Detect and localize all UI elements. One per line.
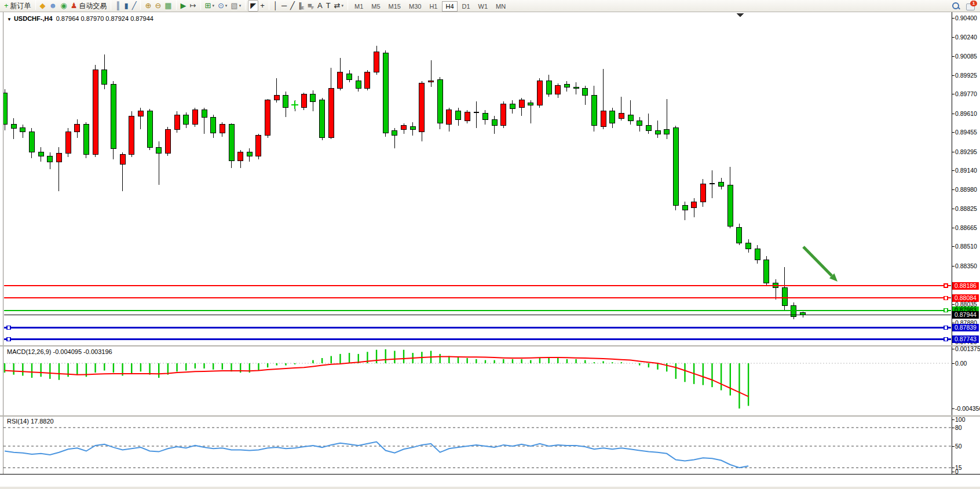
search-icon[interactable] xyxy=(952,2,960,10)
price-axis-border xyxy=(952,12,952,474)
timeframe-m30[interactable]: M30 xyxy=(405,1,425,12)
indicators-icon[interactable]: ⊞▾ xyxy=(203,1,216,11)
candle-body xyxy=(727,185,733,226)
text-icon[interactable]: A xyxy=(316,1,324,11)
time-axis[interactable]: 21 Jun 202322 Jun 04:0022 Jun 20:0023 Ju… xyxy=(0,474,980,487)
timeframe-h1[interactable]: H1 xyxy=(426,1,441,12)
timeframe-m15[interactable]: M15 xyxy=(385,1,404,12)
zoom-in-icon[interactable]: ⊕ xyxy=(143,1,153,11)
metaeditor-icon[interactable]: ◆ xyxy=(38,1,47,11)
price-line-label-0.87743: 0.87743 xyxy=(952,335,979,343)
window-bottom-edge xyxy=(0,487,980,489)
price-tick-label: 0.89140 xyxy=(955,167,977,174)
timeframe-m5[interactable]: M5 xyxy=(368,1,383,12)
zoom-out-icon[interactable]: ⊖ xyxy=(153,1,163,11)
rsi-axis-label: 100 xyxy=(955,416,966,423)
chevron-down-icon[interactable]: ▼ xyxy=(7,17,12,22)
crosshair-icon[interactable]: + xyxy=(258,1,266,11)
down-arrow-annotation[interactable] xyxy=(803,247,838,282)
price-line-label-0.88084: 0.88084 xyxy=(952,294,979,302)
timeframe-w1[interactable]: W1 xyxy=(475,1,492,12)
fibonacci-icon[interactable]: ≡F xyxy=(306,1,316,11)
auto-scroll-icon: ▶ xyxy=(181,1,187,11)
horizontal-line-icon: ─ xyxy=(281,1,287,11)
chart-shift-icon: ↦ xyxy=(190,1,196,11)
signals-icon[interactable]: ◉ xyxy=(58,1,68,11)
chart-shift-marker[interactable] xyxy=(737,13,744,17)
price-tick-label: 0.89295 xyxy=(955,148,977,155)
arrows-icon[interactable]: ⇄▾ xyxy=(332,1,345,11)
dropdown-caret-icon[interactable]: ▾ xyxy=(342,3,344,8)
pane-separator[interactable] xyxy=(0,415,980,417)
candle-body xyxy=(610,111,615,123)
candle-body xyxy=(65,132,71,154)
line-handle[interactable] xyxy=(944,309,948,312)
horizontal-line-icon[interactable]: ─ xyxy=(280,1,288,11)
text-label-icon: T xyxy=(326,1,331,11)
timeframe-mn[interactable]: MN xyxy=(492,1,509,12)
pane-separator[interactable] xyxy=(0,345,980,346)
candle-body xyxy=(719,183,724,186)
templates-icon[interactable]: ▧▾ xyxy=(229,1,243,11)
timeframe-m1[interactable]: M1 xyxy=(351,1,367,12)
candle-body xyxy=(365,72,370,88)
cursor-icon[interactable]: ◤ xyxy=(248,0,258,12)
candle-body xyxy=(591,96,597,126)
timeframe-d1[interactable]: D1 xyxy=(459,1,474,12)
candle-body xyxy=(38,152,43,156)
autotrading-button[interactable]: ♟自动交易 xyxy=(69,1,109,11)
trendline-icon[interactable]: ╱ xyxy=(288,1,297,11)
line-handle[interactable] xyxy=(944,326,948,330)
line-handle[interactable] xyxy=(944,284,948,287)
new-order-button[interactable]: +新订单 xyxy=(2,1,33,11)
dropdown-caret-icon[interactable]: ▾ xyxy=(239,3,242,8)
bar-chart-icon[interactable]: ║ xyxy=(114,1,122,11)
line-handle[interactable] xyxy=(944,296,948,300)
price-tick-label: 0.88510 xyxy=(955,243,977,250)
notifications-icon[interactable]: 1 xyxy=(966,2,975,10)
candle-body xyxy=(447,110,452,125)
market-icon[interactable]: ☻ xyxy=(47,1,59,11)
candlestick-chart-icon[interactable]: ▮ xyxy=(123,1,130,11)
candle-body xyxy=(102,70,107,85)
line-handle[interactable] xyxy=(944,338,948,341)
candle-body xyxy=(737,227,742,243)
macd-indicator-pane[interactable] xyxy=(3,346,952,415)
vertical-line-icon[interactable]: │ xyxy=(272,1,280,11)
candle-body xyxy=(256,136,261,156)
candle-body xyxy=(746,243,751,249)
candle-body xyxy=(265,100,270,136)
new-order-button-label: 新订单 xyxy=(10,1,31,11)
candle-body xyxy=(283,96,288,108)
vertical-line-icon: │ xyxy=(273,1,278,11)
candle-body xyxy=(328,88,334,138)
timeframe-h4[interactable]: H4 xyxy=(442,1,457,12)
tile-windows-icon[interactable]: ▦ xyxy=(163,1,173,11)
price-chart-pane[interactable] xyxy=(3,13,952,345)
line-chart-icon[interactable]: ╱ xyxy=(130,1,138,11)
candle-body xyxy=(229,125,234,161)
toolbar-separator xyxy=(140,0,141,10)
rsi-indicator-pane[interactable] xyxy=(3,417,952,474)
periods-icon[interactable]: ⊙▾ xyxy=(216,1,229,11)
price-tick-label: 0.88350 xyxy=(955,262,977,269)
equidistant-channel-icon[interactable]: ∥E xyxy=(297,1,306,11)
candle-body xyxy=(492,119,497,125)
candle-body xyxy=(555,86,561,94)
dropdown-caret-icon[interactable]: ▾ xyxy=(212,3,214,8)
candle-body xyxy=(83,125,89,155)
candle-body xyxy=(392,130,397,135)
candle-body xyxy=(800,313,806,315)
chart-shift-icon[interactable]: ↦ xyxy=(188,1,198,11)
candle-body xyxy=(583,88,588,96)
candle-body xyxy=(764,260,769,283)
candle-body xyxy=(192,110,198,125)
crosshair-icon: + xyxy=(260,1,265,11)
line-handle[interactable] xyxy=(7,326,10,330)
dropdown-caret-icon[interactable]: ▾ xyxy=(225,3,228,8)
line-handle[interactable] xyxy=(7,338,10,341)
zoom-out-icon: ⊖ xyxy=(155,1,161,11)
text-label-icon[interactable]: T xyxy=(324,1,332,11)
cursor-icon: ◤ xyxy=(250,1,256,11)
auto-scroll-icon[interactable]: ▶ xyxy=(179,1,188,11)
